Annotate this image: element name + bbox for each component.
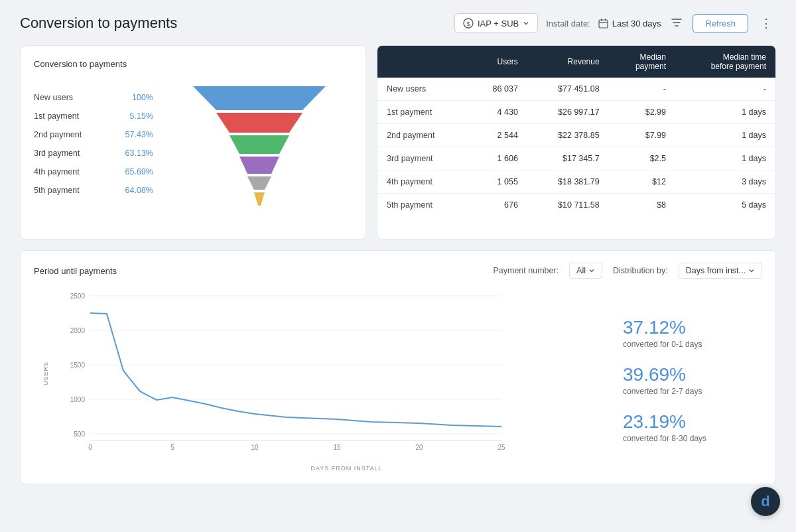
chart-stats: 37.12% converted for 0-1 days 39.69% con… [616, 289, 762, 472]
svg-text:1000: 1000 [70, 396, 86, 403]
stat-label: converted for 0-1 days [623, 340, 762, 349]
table-cell-median-time: 1 days [675, 147, 775, 170]
table-cell-users: 4 430 [468, 101, 527, 124]
chart-left: USERS 2500 2000 1500 1000 500 [34, 289, 603, 472]
col-header-users: Users [468, 46, 527, 78]
table-cell-median-payment: - [609, 78, 675, 101]
refresh-button[interactable]: Refresh [693, 14, 748, 33]
funnel-label-pct: 5.15% [130, 111, 153, 121]
col-header-name [377, 46, 468, 78]
chevron-down-icon [588, 267, 595, 274]
table-body: New users 86 037 $77 451.08 - - 1st paym… [377, 78, 775, 216]
svg-text:1500: 1500 [70, 362, 86, 369]
logo-badge: d [751, 487, 780, 516]
svg-text:0: 0 [88, 444, 92, 451]
table-cell-name: 2nd payment [377, 124, 468, 147]
logo-letter: d [761, 493, 769, 510]
funnel-label-pct: 100% [132, 93, 153, 102]
distribution-dropdown[interactable]: Days from inst... [679, 263, 762, 279]
chart-body: USERS 2500 2000 1500 1000 500 [34, 289, 762, 472]
svg-marker-6 [193, 86, 326, 110]
table-cell-revenue: $10 711.58 [527, 194, 609, 217]
table-row: 3rd payment 1 606 $17 345.7 $2.5 1 days [377, 147, 775, 170]
funnel-label-row: 1st payment 5.15% [34, 111, 153, 121]
table-cell-median-time: 3 days [675, 170, 775, 194]
funnel-label-pct: 65.69% [125, 167, 153, 176]
filter-icon [671, 17, 682, 28]
stat-label: converted for 2-7 days [623, 387, 762, 396]
funnel-label-name: 2nd payment [34, 130, 82, 139]
chart-title: Period until payments [34, 266, 117, 276]
funnel-label-name: 5th payment [34, 186, 80, 195]
table-cell-revenue: $17 345.7 [527, 147, 609, 170]
funnel-label-row: 5th payment 64.08% [34, 186, 153, 195]
funnel-label-name: New users [34, 93, 73, 102]
funnel-label-pct: 63.13% [125, 149, 153, 158]
payment-number-value: All [576, 266, 586, 275]
table-cell-users: 1 055 [468, 170, 527, 194]
table-cell-median-time: - [675, 78, 775, 101]
table-cell-name: 1st payment [377, 101, 468, 124]
payment-number-label: Payment number: [493, 266, 559, 275]
install-date-label: Install date: [546, 19, 590, 29]
chart-header: Period until payments Payment number: Al… [34, 263, 762, 279]
table-cell-name: 5th payment [377, 194, 468, 217]
funnel-label-row: 4th payment 65.69% [34, 167, 153, 176]
stat-label: converted for 8-30 days [623, 434, 762, 443]
funnel-label-name: 4th payment [34, 167, 80, 176]
table-cell-median-payment: $8 [609, 194, 675, 217]
table-cell-median-payment: $2.5 [609, 147, 675, 170]
svg-text:10: 10 [251, 444, 259, 451]
chevron-down-icon [523, 20, 529, 27]
svg-marker-8 [230, 135, 289, 154]
funnel-label-row: New users 100% [34, 93, 153, 102]
col-header-revenue: Revenue [527, 46, 609, 78]
date-range-value: Last 30 days [612, 19, 661, 29]
payment-number-dropdown[interactable]: All [569, 263, 602, 279]
iap-button[interactable]: $ IAP + SUB [454, 13, 538, 33]
more-options-button[interactable]: ⋮ [756, 13, 776, 33]
table-cell-revenue: $18 381.79 [527, 170, 609, 194]
table-cell-median-time: 1 days [675, 101, 775, 124]
funnel-label-row: 3rd payment 63.13% [34, 149, 153, 158]
svg-text:20: 20 [415, 444, 423, 451]
date-range-button[interactable]: Last 30 days [598, 19, 661, 29]
page-header: Conversion to payments $ IAP + SUB Insta… [20, 13, 776, 33]
table-cell-name: 3rd payment [377, 147, 468, 170]
table-cell-median-payment: $2.99 [609, 101, 675, 124]
table-cell-users: 2 544 [468, 124, 527, 147]
table-cell-median-time: 1 days [675, 124, 775, 147]
chevron-down-icon [748, 267, 755, 274]
table-cell-users: 86 037 [468, 78, 527, 101]
filter-button[interactable] [669, 15, 685, 33]
table-cell-revenue: $22 378.85 [527, 124, 609, 147]
y-axis-label: USERS [42, 361, 49, 385]
table-row: 5th payment 676 $10 711.58 $8 5 days [377, 194, 775, 217]
stat-block: 39.69% converted for 2-7 days [623, 365, 762, 396]
funnel-label-row: 2nd payment 57.43% [34, 130, 153, 139]
distribution-value: Days from inst... [686, 266, 746, 275]
svg-rect-2 [599, 20, 608, 28]
page-title: Conversion to payments [20, 15, 177, 32]
stat-percentage: 23.19% [623, 412, 762, 432]
table-row: New users 86 037 $77 451.08 - - [377, 78, 775, 101]
stat-percentage: 39.69% [623, 365, 762, 385]
svg-marker-9 [239, 157, 279, 174]
col-header-median-payment: Medianpayment [609, 46, 675, 78]
table-card: Users Revenue Medianpayment Median timeb… [377, 45, 776, 239]
table-cell-revenue: $77 451.08 [527, 78, 609, 101]
stat-percentage: 37.12% [623, 318, 762, 338]
funnel-label-pct: 64.08% [125, 186, 153, 195]
funnel-label-pct: 57.43% [125, 130, 153, 139]
svg-text:2000: 2000 [70, 327, 86, 334]
data-table: Users Revenue Medianpayment Median timeb… [377, 46, 775, 216]
funnel-label-name: 1st payment [34, 111, 79, 121]
table-cell-median-payment: $7.99 [609, 124, 675, 147]
svg-text:15: 15 [333, 444, 341, 451]
calendar-icon [598, 19, 608, 29]
table-cell-users: 1 606 [468, 147, 527, 170]
svg-text:$: $ [466, 21, 470, 27]
table-cell-users: 676 [468, 194, 527, 217]
svg-marker-10 [247, 176, 271, 190]
table-cell-median-time: 5 days [675, 194, 775, 217]
